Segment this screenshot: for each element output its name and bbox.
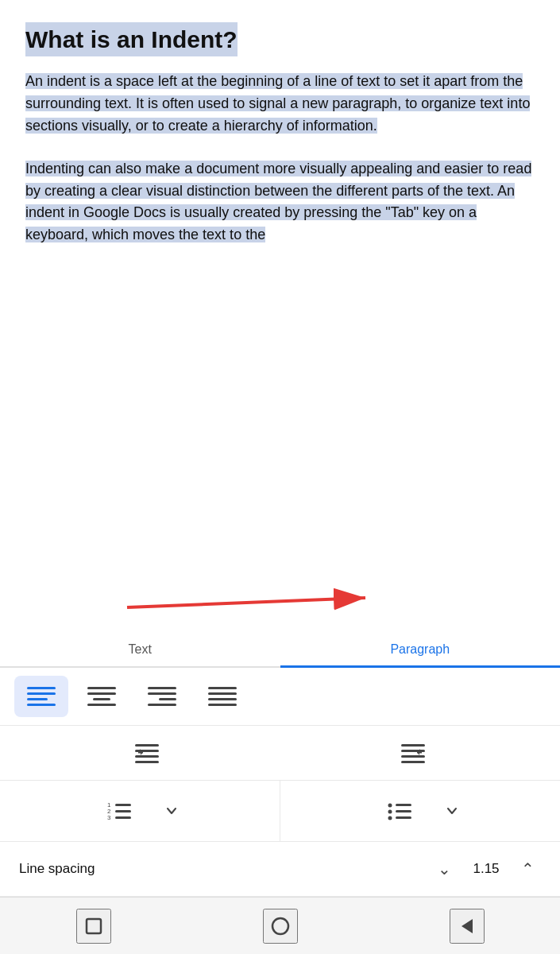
- document-area: What is an Indent? An indent is a space …: [0, 0, 560, 631]
- svg-rect-13: [417, 751, 422, 754]
- spacing-decrease-button[interactable]: ⌄: [431, 856, 458, 882]
- bullet-list-button[interactable]: [369, 790, 432, 832]
- bullet-list-chevron-button[interactable]: [432, 790, 472, 832]
- recent-apps-button[interactable]: [76, 909, 111, 944]
- line-spacing-label: Line spacing: [19, 861, 431, 877]
- spacing-increase-button[interactable]: ⌃: [515, 856, 541, 882]
- align-right-button[interactable]: [135, 676, 189, 717]
- numbered-list-chevron-button[interactable]: [152, 790, 191, 832]
- align-left-icon: [27, 687, 56, 706]
- alignment-row: [0, 668, 560, 726]
- tab-text[interactable]: Text: [0, 631, 280, 666]
- bullet-list-cell: [280, 781, 560, 841]
- svg-rect-17: [115, 810, 131, 812]
- toolbar-panel: 1 2 3: [0, 668, 560, 897]
- paragraph-2: Indenting can also make a document more …: [25, 158, 535, 247]
- align-right-icon: [148, 687, 176, 706]
- svg-rect-19: [115, 816, 131, 819]
- numbered-list-icon: 1 2 3: [106, 798, 134, 824]
- svg-rect-7: [138, 751, 143, 754]
- bullet-list-chevron-icon: [445, 804, 459, 818]
- increase-indent-button[interactable]: [280, 732, 546, 774]
- svg-rect-8: [401, 744, 425, 747]
- indent-row: [0, 726, 560, 781]
- line-spacing-row: Line spacing ⌄ 1.15 ⌃: [0, 842, 560, 897]
- document-title: What is an Indent?: [25, 22, 238, 56]
- svg-line-1: [127, 598, 365, 607]
- svg-rect-15: [115, 804, 131, 806]
- numbered-list-button[interactable]: 1 2 3: [88, 790, 152, 832]
- increase-indent-icon: [398, 739, 428, 767]
- svg-point-24: [388, 816, 392, 820]
- paragraph-1: An indent is a space left at the beginni…: [25, 71, 535, 138]
- svg-rect-21: [396, 804, 411, 806]
- red-arrow: [0, 584, 560, 631]
- svg-rect-25: [396, 816, 411, 819]
- svg-rect-10: [401, 755, 425, 758]
- navigation-bar: [0, 897, 560, 954]
- svg-point-27: [272, 918, 288, 934]
- tab-bar: Text Paragraph: [0, 631, 560, 668]
- list-row: 1 2 3: [0, 781, 560, 842]
- paragraph-1-text: An indent is a space left at the beginni…: [25, 73, 530, 134]
- svg-rect-26: [87, 919, 101, 933]
- paragraph-2-text: Indenting can also make a document more …: [25, 161, 531, 243]
- align-justify-icon: [208, 687, 237, 706]
- spacing-value: 1.15: [470, 861, 502, 877]
- tab-paragraph[interactable]: Paragraph: [280, 631, 561, 666]
- decrease-indent-icon: [132, 739, 162, 767]
- back-button[interactable]: [450, 909, 485, 944]
- numbered-list-chevron-icon: [164, 804, 179, 818]
- svg-rect-11: [401, 761, 425, 763]
- svg-point-22: [388, 810, 392, 814]
- svg-rect-23: [396, 810, 411, 812]
- svg-rect-5: [135, 761, 159, 763]
- align-justify-button[interactable]: [195, 676, 249, 717]
- svg-point-20: [388, 804, 392, 808]
- circle-icon: [269, 915, 292, 937]
- svg-rect-4: [135, 755, 159, 758]
- bullet-list-icon: [386, 798, 415, 824]
- align-center-button[interactable]: [75, 676, 129, 717]
- home-button[interactable]: [263, 909, 298, 944]
- square-icon: [83, 916, 104, 937]
- triangle-back-icon: [457, 916, 477, 937]
- decrease-indent-button[interactable]: [14, 732, 280, 774]
- spacing-controls: ⌄ 1.15 ⌃: [431, 856, 541, 882]
- align-left-button[interactable]: [14, 676, 68, 717]
- align-center-icon: [87, 687, 116, 706]
- svg-rect-2: [135, 744, 159, 747]
- numbered-list-cell: 1 2 3: [0, 781, 280, 841]
- svg-marker-28: [462, 919, 473, 933]
- svg-text:3: 3: [107, 814, 111, 821]
